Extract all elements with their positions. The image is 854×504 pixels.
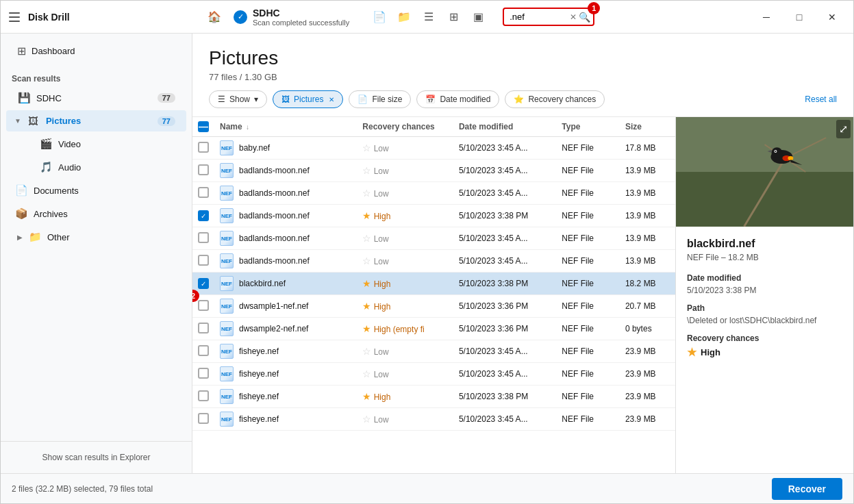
th-name[interactable]: Name ↓ [214,117,357,137]
row-checkbox[interactable] [198,255,209,266]
table-row[interactable]: NEF badlands-moon.nef ☆ Low 5/10/2023 3:… [192,182,675,205]
row-date-cell: 5/10/2023 3:45 A... [453,182,556,205]
row-name-cell: NEF blackbird.nef [214,273,357,295]
toolbar-icons: 📄 📁 ☰ ⊞ ▣ [368,6,489,28]
minimize-button[interactable]: ─ [751,6,782,28]
recovery-star-icon[interactable]: ★ [362,323,371,334]
row-checkbox-cell [192,250,214,273]
recovery-value: High (empty fi [374,325,425,334]
table-row[interactable]: NEF fisheye.nef ☆ Low 5/10/2023 3:45 A..… [192,340,675,363]
th-type[interactable]: Type [556,117,620,137]
sidebar-item-pictures[interactable]: ▼ 🖼 Pictures 77 [6,110,186,131]
row-checkbox[interactable] [198,390,209,401]
row-date-cell: 5/10/2023 3:45 A... [453,363,556,386]
table-row[interactable]: NEF fisheye.nef ☆ Low 5/10/2023 3:45 A..… [192,363,675,386]
show-explorer-button[interactable]: Show scan results in Explorer [6,447,186,468]
file-name: fisheye.nef [239,414,279,424]
row-checkbox[interactable] [198,142,209,153]
preview-path-value: \Deleted or lost\SDHC\blackbird.nef [687,316,842,325]
file-name-cell: NEF badlands-moon.nef [220,186,351,201]
sidebar-item-video[interactable]: 🎬 Video [6,133,186,155]
th-recovery[interactable]: Recovery chances [357,117,453,137]
row-checkbox[interactable] [198,368,209,379]
recovery-star-icon[interactable]: ☆ [362,188,371,199]
maximize-button[interactable]: □ [783,6,815,28]
home-icon[interactable]: 🏠 [203,6,225,28]
panel-icon[interactable]: ▣ [467,6,489,28]
main-layout: ⊞ Dashboard Scan results 💾 SDHC 77 ▼ 🖼 P… [1,34,853,473]
row-type-cell: NEF File [556,227,620,250]
th-checkbox: — [192,117,214,137]
table-row[interactable]: NEF baby.nef ☆ Low 5/10/2023 3:45 A... N… [192,137,675,160]
row-checkbox[interactable]: ✓ [198,210,209,221]
preview-expand-icon[interactable]: ⤢ [836,120,851,138]
table-row[interactable]: NEF fisheye.nef ☆ Low 5/10/2023 3:45 A..… [192,408,675,431]
row-checkbox[interactable] [198,187,209,198]
recovery-star-icon[interactable]: ☆ [362,233,371,244]
row-checkbox[interactable] [198,164,209,175]
recovery-star-icon[interactable]: ☆ [362,368,371,379]
grid-icon[interactable]: ⊞ [442,6,464,28]
show-filter-button[interactable]: ☰ Show ▾ [209,90,267,108]
datemodified-filter-button[interactable]: 📅 Date modified [416,90,499,108]
recovery-star-icon[interactable]: ★ [362,391,371,402]
table-row[interactable]: NEF badlands-moon.nef ☆ Low 5/10/2023 3:… [192,250,675,273]
sidebar-item-other[interactable]: ▶ 📁 Other [6,226,186,248]
table-row[interactable]: NEF dwsample2-nef.nef ★ High (empty fi 5… [192,318,675,340]
select-all-checkbox[interactable]: — [198,121,209,132]
table-row[interactable]: NEF badlands-moon.nef ☆ Low 5/10/2023 3:… [192,227,675,250]
folder-icon[interactable]: 📁 [393,6,415,28]
row-checkbox[interactable] [198,413,209,424]
close-button[interactable]: ✕ [816,6,848,28]
row-date-cell: 5/10/2023 3:38 PM [453,386,556,408]
search-submit-icon[interactable]: 🔍 [579,12,590,23]
table-row[interactable]: ✓ NEF blackbird.nef ★ High 5/10/2023 3:3… [192,273,675,295]
recovery-star-icon[interactable]: ☆ [362,414,371,425]
reset-all-button[interactable]: Reset all [805,94,837,104]
recovery-star-icon[interactable]: ★ [362,278,371,289]
pictures-filter-remove-icon[interactable]: ✕ [329,96,334,103]
recovery-star-icon[interactable]: ☆ [362,255,371,266]
th-size[interactable]: Size [620,117,675,137]
recover-button[interactable]: Recover [772,478,842,500]
recovery-star-icon[interactable]: ☆ [362,346,371,357]
table-row[interactable]: 2 NEF dwsample1-nef.nef ★ High 5/10/2023… [192,295,675,318]
row-checkbox[interactable]: ✓ [198,278,209,289]
row-checkbox-cell [192,386,214,408]
row-recovery-cell: ★ High (empty fi [357,318,453,340]
sort-arrow-icon: ↓ [246,123,249,131]
table-row[interactable]: ✓ NEF badlands-moon.nef ★ High 5/10/2023… [192,205,675,227]
recovery-star-icon[interactable]: ☆ [362,165,371,176]
row-checkbox[interactable] [198,323,209,333]
row-date-cell: 5/10/2023 3:45 A... [453,250,556,273]
row-recovery-cell: ☆ Low [357,250,453,273]
list-icon[interactable]: ☰ [418,6,440,28]
pictures-filter-button[interactable]: 🖼 Pictures ✕ [273,90,343,108]
th-date[interactable]: Date modified [453,117,556,137]
recovery-star-icon[interactable]: ★ [362,301,371,312]
row-date-cell: 5/10/2023 3:45 A... [453,227,556,250]
file-table-body: NEF baby.nef ☆ Low 5/10/2023 3:45 A... N… [192,137,675,431]
row-name-cell: NEF fisheye.nef [214,386,357,408]
row-recovery-cell: ★ High [357,386,453,408]
content-area: Pictures 77 files / 1.30 GB ☰ Show ▾ 🖼 P… [192,34,853,473]
search-clear-icon[interactable]: ✕ [570,12,577,22]
row-checkbox[interactable] [198,345,209,356]
table-row[interactable]: NEF badlands-moon.nef ☆ Low 5/10/2023 3:… [192,160,675,182]
new-file-icon[interactable]: 📄 [368,6,390,28]
hamburger-menu[interactable] [6,9,23,25]
sidebar-dashboard[interactable]: ⊞ Dashboard [6,36,186,66]
row-checkbox[interactable] [198,300,209,311]
table-row[interactable]: NEF fisheye.nef ★ High 5/10/2023 3:38 PM… [192,386,675,408]
sidebar-item-archives[interactable]: 📦 Archives [6,203,186,225]
recovery-star-icon[interactable]: ☆ [362,142,371,153]
preview-recovery-label: Recovery chances [687,333,842,343]
app-title: Disk Drill [28,12,70,23]
recoverychances-filter-button[interactable]: ⭐ Recovery chances [505,90,605,108]
row-checkbox[interactable] [198,232,209,243]
sidebar-item-sdhc[interactable]: 💾 SDHC 77 [6,87,186,109]
filesize-filter-button[interactable]: 📄 File size [349,90,411,108]
sidebar-item-audio[interactable]: 🎵 Audio [6,156,186,178]
sidebar-item-documents[interactable]: 📄 Documents [6,179,186,201]
recovery-star-icon[interactable]: ★ [362,210,371,221]
